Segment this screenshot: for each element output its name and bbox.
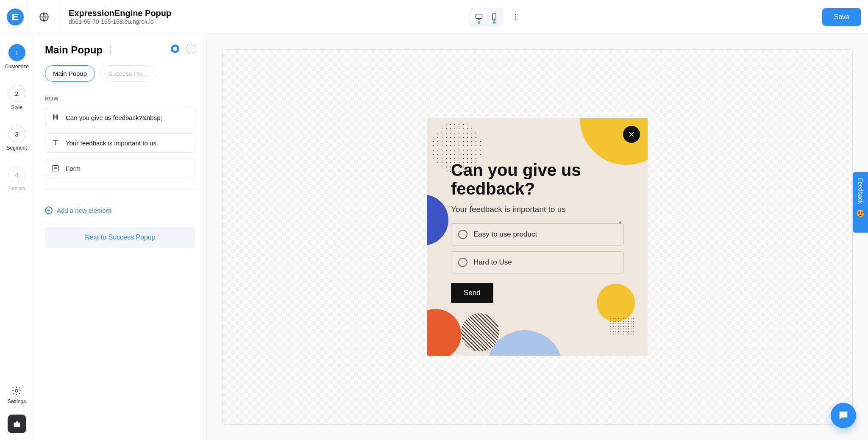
- popup-close-button[interactable]: [623, 126, 640, 143]
- popup-option-label: Hard to Use: [473, 258, 512, 267]
- rail-step-label: Style: [11, 104, 22, 110]
- editor-panel: Main Popup + Main Popup Success Po... RO…: [34, 34, 207, 440]
- row-section-label: ROW: [45, 95, 195, 102]
- decor-hatch: [461, 313, 499, 351]
- popup-tabs: Main Popup Success Po...: [45, 65, 195, 82]
- rail-step-label: Publish: [8, 186, 25, 192]
- rail-step-number: 2: [8, 85, 25, 102]
- more-vertical-icon: [512, 13, 519, 21]
- popup-send-button[interactable]: Send: [451, 283, 493, 303]
- rail-step-publish[interactable]: 4 Publish: [8, 166, 25, 192]
- svg-point-3: [494, 19, 495, 19]
- add-element-button[interactable]: + Add a new element: [45, 206, 195, 214]
- status-dot: [478, 21, 480, 24]
- popup-preview[interactable]: Can you give us feedback? Your feedback …: [427, 118, 648, 356]
- row-heading-element[interactable]: H Can you give us feedback?&nbsp;: [45, 108, 195, 127]
- save-button[interactable]: Save: [822, 8, 861, 26]
- svg-point-9: [110, 50, 111, 51]
- form-icon: [51, 164, 60, 173]
- tab-success-popup[interactable]: Success Po...: [100, 65, 155, 82]
- svg-rect-11: [53, 165, 58, 171]
- plus-icon: +: [45, 206, 53, 214]
- heading-icon: H: [51, 113, 60, 122]
- app-header: ExpressionEngine Popup d561-95-70-165-16…: [0, 0, 868, 34]
- rail-step-number: 4: [8, 166, 25, 183]
- chat-icon: [837, 409, 849, 421]
- mobile-icon: [490, 13, 498, 21]
- decor-circle-yellow: [580, 118, 648, 165]
- row-text-element[interactable]: Your feedback is important to us: [45, 133, 195, 153]
- header-title-block: ExpressionEngine Popup d561-95-70-165-16…: [69, 8, 171, 25]
- close-icon: [628, 131, 635, 138]
- popup-subheading[interactable]: Your feedback is important to us: [451, 205, 624, 214]
- next-to-success-button[interactable]: Next to Success Popup: [45, 227, 195, 248]
- gear-icon: [11, 386, 22, 396]
- more-vertical-icon[interactable]: [107, 46, 114, 54]
- logo-icon: [11, 12, 20, 22]
- svg-point-5: [515, 16, 516, 17]
- radio-icon: [458, 230, 467, 239]
- svg-rect-1: [476, 14, 482, 18]
- popup-option-2[interactable]: Hard to Use: [451, 251, 624, 273]
- feedback-emoji-icon: 😍: [856, 209, 865, 217]
- svg-point-8: [110, 47, 111, 48]
- header-title: ExpressionEngine Popup: [69, 8, 171, 18]
- decor-circle-blue: [427, 195, 448, 245]
- rail-settings-label: Settings: [8, 398, 26, 404]
- svg-point-6: [515, 18, 516, 19]
- text-icon: [51, 139, 60, 147]
- decor-dots: [431, 123, 482, 173]
- decor-circle-red: [427, 309, 461, 356]
- panel-add-button[interactable]: +: [186, 44, 195, 53]
- popup-heading[interactable]: Can you give us feedback?: [451, 161, 624, 198]
- row-item-text: Your feedback is important to us: [66, 139, 156, 147]
- feedback-tab-label: Feedback: [857, 178, 864, 204]
- device-mobile-button[interactable]: [487, 9, 502, 25]
- canvas-area: Can you give us feedback? Your feedback …: [207, 34, 868, 440]
- tab-main-popup[interactable]: Main Popup: [45, 65, 95, 82]
- header-subtitle: d561-95-70-165-168.eu.ngrok.io: [69, 18, 171, 25]
- device-desktop-button[interactable]: [471, 9, 487, 25]
- chat-fab[interactable]: [831, 403, 856, 428]
- briefcase-icon: [13, 420, 21, 428]
- panel-divider: [45, 189, 195, 189]
- globe-icon: [39, 11, 50, 22]
- rail-step-style[interactable]: 2 Style: [8, 85, 25, 110]
- decor-circle-yellow-small: [597, 284, 635, 322]
- rail-step-customize[interactable]: 1 Customize: [5, 44, 29, 70]
- desktop-icon: [475, 13, 483, 21]
- left-rail: 1 Customize 2 Style 3 Segment 4 Publish …: [0, 34, 34, 440]
- add-element-label: Add a new element: [57, 207, 111, 214]
- rail-toolbox-button[interactable]: [8, 415, 26, 433]
- feedback-side-tab[interactable]: Feedback 😍: [853, 172, 868, 232]
- header-more-menu[interactable]: [507, 8, 524, 25]
- rail-step-label: Customize: [5, 64, 29, 70]
- row-item-text: Form: [66, 165, 81, 172]
- popup-option-1[interactable]: * Easy to use product: [451, 223, 624, 245]
- popup-option-label: Easy to use product: [473, 230, 537, 239]
- rail-step-label: Segment: [6, 145, 27, 151]
- rail-step-segment[interactable]: 3 Segment: [6, 125, 27, 151]
- artboard-frame[interactable]: Can you give us feedback? Your feedback …: [222, 49, 853, 425]
- required-marker: *: [619, 220, 622, 228]
- panel-active-toggle[interactable]: [171, 45, 179, 53]
- svg-point-7: [15, 390, 18, 392]
- row-form-element[interactable]: Form: [45, 159, 195, 178]
- svg-point-10: [110, 52, 111, 53]
- decor-scribble: [609, 317, 635, 334]
- app-logo[interactable]: [7, 8, 24, 25]
- status-dot: [493, 21, 495, 24]
- device-toggle: [470, 8, 504, 26]
- row-item-text: Can you give us feedback?&nbsp;: [66, 114, 162, 121]
- svg-point-4: [515, 14, 516, 15]
- panel-title: Main Popup: [45, 44, 103, 56]
- radio-icon: [458, 258, 467, 267]
- rail-settings[interactable]: Settings: [8, 386, 26, 404]
- panel-header-actions: +: [171, 44, 195, 53]
- rail-step-number: 1: [8, 44, 25, 61]
- site-scope-button[interactable]: [27, 0, 61, 33]
- rail-step-number: 3: [8, 125, 25, 142]
